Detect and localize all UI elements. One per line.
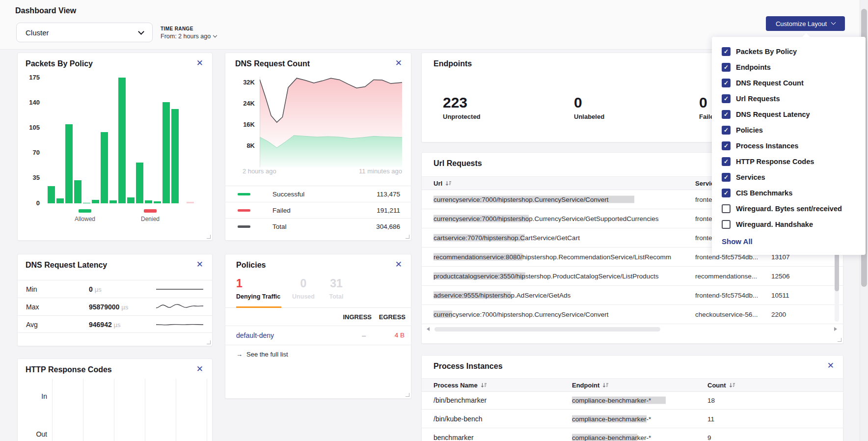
sort-icon[interactable] <box>602 383 609 388</box>
checkbox[interactable]: ✓ <box>722 157 731 166</box>
bar-allowed[interactable] <box>171 109 179 203</box>
close-icon[interactable]: ✕ <box>395 260 402 269</box>
latency-row-max: Max 95879000 µs <box>18 298 212 315</box>
bar-allowed[interactable] <box>154 201 161 203</box>
denied-swatch-icon <box>144 209 157 213</box>
column-header-process-name[interactable]: Process Name <box>434 382 487 389</box>
tab-value: 1 <box>236 277 280 290</box>
close-icon[interactable]: ✕ <box>395 59 402 67</box>
bar-allowed[interactable] <box>118 78 126 203</box>
column-header-count[interactable]: Count <box>707 382 735 389</box>
customize-menu-item[interactable]: ✓ Endpoints <box>712 59 866 75</box>
view-select[interactable]: Cluster <box>16 23 153 42</box>
scroll-right-icon[interactable] <box>834 327 837 331</box>
customize-menu-item[interactable]: ✓ Packets By Policy <box>712 44 866 59</box>
resize-handle-icon[interactable] <box>406 393 409 397</box>
gridline <box>207 379 207 441</box>
customize-menu-item[interactable]: ✓ Policies <box>712 122 866 138</box>
customize-menu-item[interactable]: ✓ Wireguard. Handshake <box>712 217 866 232</box>
resize-handle-icon[interactable] <box>838 338 841 342</box>
column-header-url[interactable]: Url <box>434 180 452 187</box>
gridline <box>83 379 83 441</box>
close-icon[interactable]: ✕ <box>196 59 203 67</box>
legend-row-total: Total 304,686 <box>225 218 411 234</box>
customize-menu-item[interactable]: ✓ DNS Request Count <box>712 75 866 91</box>
table-horizontal-scrollbar[interactable] <box>427 326 830 332</box>
bar-allowed[interactable] <box>56 198 64 203</box>
tab-total[interactable]: 31 Total <box>324 277 349 300</box>
process-instance-row[interactable]: /bin/kube-bench compliance-benchmarker-*… <box>422 410 843 428</box>
policy-ingress-value: – <box>362 331 366 339</box>
tab-unused[interactable]: 0 Unused <box>288 277 319 300</box>
checkbox[interactable]: ✓ <box>722 204 731 213</box>
checkbox[interactable]: ✓ <box>722 110 731 119</box>
row-label-in: In <box>27 392 47 400</box>
bar-allowed[interactable] <box>48 186 55 203</box>
show-all-link[interactable]: Show All <box>722 237 753 246</box>
time-range-from[interactable]: From: 2 hours ago <box>161 33 217 40</box>
tab-value: 0 <box>288 277 319 290</box>
bar-allowed[interactable] <box>136 163 143 203</box>
url-cell: currencyservice:7000/hipstershop.Currenc… <box>434 311 681 318</box>
policy-name-link[interactable]: default-deny <box>236 331 274 339</box>
bar-allowed[interactable] <box>65 124 73 203</box>
bar-allowed[interactable] <box>109 200 117 203</box>
url-request-row[interactable]: adservice:9555/hipstershop.AdService/Get… <box>422 286 843 305</box>
column-header-endpoint[interactable]: Endpoint <box>572 382 609 389</box>
checkbox[interactable]: ✓ <box>722 220 731 229</box>
checkbox[interactable]: ✓ <box>722 47 731 56</box>
customize-menu-item[interactable]: ✓ Process Instances <box>712 138 866 154</box>
legend-row-failed: Failed 191,211 <box>225 202 411 218</box>
customize-menu-item[interactable]: ✓ DNS Request Latency <box>712 107 866 122</box>
customize-menu-item[interactable]: ✓ Services <box>712 169 866 185</box>
checkbox[interactable]: ✓ <box>722 189 731 197</box>
see-full-list-link[interactable]: → See the full list <box>236 351 288 358</box>
bar-allowed[interactable] <box>92 200 99 203</box>
process-table-header: Process Name Endpoint Count <box>422 378 843 392</box>
checkbox[interactable]: ✓ <box>722 79 731 87</box>
checkbox[interactable]: ✓ <box>722 126 731 135</box>
sort-icon[interactable] <box>481 383 487 388</box>
checkbox[interactable]: ✓ <box>722 94 731 103</box>
arrow-right-icon: → <box>236 351 243 358</box>
url-request-row[interactable]: productcatalogservice:3550/hipstershop.P… <box>422 267 843 286</box>
customize-menu-item[interactable]: ✓ Wireguard. Bytes sent/received <box>712 201 866 217</box>
min-sparkline <box>155 284 204 295</box>
checkbox[interactable]: ✓ <box>722 173 731 182</box>
legend-label: Total <box>272 223 287 230</box>
y-tick: 35 <box>18 174 40 181</box>
bar-allowed[interactable] <box>145 200 152 203</box>
process-instance-row[interactable]: benchmarker compliance-benchmarker-* 9 <box>422 428 843 441</box>
url-request-row[interactable]: currencyservice:7000/hipstershop.Currenc… <box>422 305 843 324</box>
url-highlight: curren <box>434 311 452 318</box>
resize-handle-icon[interactable] <box>207 235 211 239</box>
sort-icon[interactable] <box>445 181 452 186</box>
scrollbar-thumb[interactable] <box>434 327 660 331</box>
customize-menu-item[interactable]: ✓ CIS Benchmarks <box>712 185 866 201</box>
bar-allowed[interactable] <box>83 203 90 204</box>
process-name-cell: /bin/benchmarker <box>434 396 566 404</box>
bar-allowed[interactable] <box>101 132 108 203</box>
bar-denied[interactable] <box>187 202 194 203</box>
checkbox[interactable]: ✓ <box>722 141 731 150</box>
process-instance-row[interactable]: /bin/benchmarker compliance-benchmarker-… <box>422 391 843 410</box>
sort-icon[interactable] <box>729 383 735 388</box>
tab-denying-traffic[interactable]: 1 Denying Traffic <box>236 277 280 300</box>
bar-allowed[interactable] <box>127 197 135 203</box>
scroll-left-icon[interactable] <box>427 327 430 331</box>
resize-handle-icon[interactable] <box>207 340 211 344</box>
customize-layout-button[interactable]: Customize Layout <box>766 16 845 31</box>
stat-label: Unprotected <box>443 113 481 120</box>
checkbox[interactable]: ✓ <box>722 63 731 72</box>
bar-allowed[interactable] <box>74 180 81 203</box>
close-icon[interactable]: ✕ <box>196 365 203 373</box>
endpoint-cell: compliance-benchmarker-* <box>572 415 705 422</box>
close-icon[interactable]: ✕ <box>196 260 203 269</box>
customize-menu-item[interactable]: ✓ Url Requests <box>712 91 866 107</box>
resize-handle-icon[interactable] <box>406 235 409 239</box>
customize-menu-item[interactable]: ✓ HTTP Response Codes <box>712 154 866 169</box>
bar-allowed[interactable] <box>163 102 170 203</box>
time-range-label: TIME RANGE <box>161 26 217 31</box>
close-icon[interactable]: ✕ <box>827 361 834 370</box>
policy-row[interactable]: default-deny – 4 B <box>225 327 411 345</box>
